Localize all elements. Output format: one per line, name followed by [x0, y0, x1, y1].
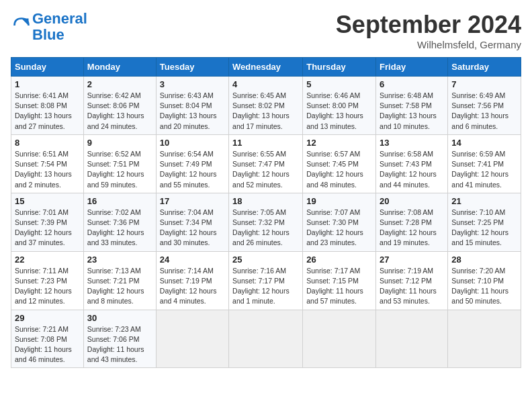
day-number: 5 [306, 79, 372, 89]
col-header-saturday: Saturday [448, 58, 521, 77]
day-number: 12 [306, 138, 372, 148]
day-number: 15 [15, 196, 80, 206]
day-detail: Sunrise: 7:23 AM Sunset: 7:06 PM Dayligh… [87, 324, 152, 365]
day-number: 29 [15, 313, 80, 323]
day-number: 13 [380, 138, 444, 148]
day-detail: Sunrise: 6:58 AM Sunset: 7:43 PM Dayligh… [380, 149, 444, 190]
day-number: 24 [160, 255, 225, 265]
day-number: 8 [15, 138, 80, 148]
week-row-4: 22Sunrise: 7:11 AM Sunset: 7:23 PM Dayli… [11, 251, 521, 310]
day-detail: Sunrise: 6:46 AM Sunset: 8:00 PM Dayligh… [306, 91, 372, 132]
day-number: 28 [451, 255, 517, 265]
day-detail: Sunrise: 7:17 AM Sunset: 7:15 PM Dayligh… [306, 266, 372, 307]
day-cell: 1Sunrise: 6:41 AM Sunset: 8:08 PM Daylig… [11, 77, 84, 135]
day-number: 17 [160, 196, 225, 206]
day-cell: 3Sunrise: 6:43 AM Sunset: 8:04 PM Daylig… [156, 77, 228, 135]
day-detail: Sunrise: 7:19 AM Sunset: 7:12 PM Dayligh… [380, 266, 444, 307]
day-cell: 30Sunrise: 7:23 AM Sunset: 7:06 PM Dayli… [83, 310, 156, 368]
day-detail: Sunrise: 6:55 AM Sunset: 7:47 PM Dayligh… [232, 149, 299, 190]
day-number: 25 [232, 255, 299, 265]
location: Wilhelmsfeld, Germany [336, 39, 521, 50]
day-cell: 8Sunrise: 6:51 AM Sunset: 7:54 PM Daylig… [11, 134, 84, 193]
day-detail: Sunrise: 6:43 AM Sunset: 8:04 PM Dayligh… [160, 91, 225, 132]
day-detail: Sunrise: 6:48 AM Sunset: 7:58 PM Dayligh… [380, 91, 444, 132]
day-number: 11 [232, 138, 299, 148]
day-detail: Sunrise: 7:04 AM Sunset: 7:34 PM Dayligh… [160, 208, 225, 248]
day-number: 4 [232, 79, 299, 89]
day-cell: 25Sunrise: 7:16 AM Sunset: 7:17 PM Dayli… [229, 251, 303, 310]
day-detail: Sunrise: 6:45 AM Sunset: 8:02 PM Dayligh… [232, 91, 299, 132]
day-number: 22 [15, 255, 80, 265]
day-number: 6 [380, 79, 444, 89]
day-cell [376, 310, 448, 368]
week-row-2: 8Sunrise: 6:51 AM Sunset: 7:54 PM Daylig… [11, 134, 521, 193]
logo: General Blue [11, 11, 87, 43]
day-detail: Sunrise: 7:20 AM Sunset: 7:10 PM Dayligh… [451, 266, 517, 307]
day-detail: Sunrise: 6:52 AM Sunset: 7:51 PM Dayligh… [87, 149, 152, 190]
day-cell [448, 310, 521, 368]
day-detail: Sunrise: 6:57 AM Sunset: 7:45 PM Dayligh… [306, 149, 372, 190]
day-cell: 19Sunrise: 7:07 AM Sunset: 7:30 PM Dayli… [303, 193, 376, 251]
day-cell: 23Sunrise: 7:13 AM Sunset: 7:21 PM Dayli… [83, 251, 156, 310]
day-cell [303, 310, 376, 368]
day-detail: Sunrise: 7:11 AM Sunset: 7:23 PM Dayligh… [15, 266, 80, 307]
day-detail: Sunrise: 6:42 AM Sunset: 8:06 PM Dayligh… [87, 91, 152, 132]
col-header-thursday: Thursday [303, 58, 376, 77]
day-detail: Sunrise: 6:54 AM Sunset: 7:49 PM Dayligh… [160, 149, 225, 190]
day-cell [229, 310, 303, 368]
day-cell: 2Sunrise: 6:42 AM Sunset: 8:06 PM Daylig… [83, 77, 156, 135]
day-detail: Sunrise: 7:07 AM Sunset: 7:30 PM Dayligh… [306, 208, 372, 248]
day-cell: 14Sunrise: 6:59 AM Sunset: 7:41 PM Dayli… [448, 134, 521, 193]
day-cell: 18Sunrise: 7:05 AM Sunset: 7:32 PM Dayli… [229, 193, 303, 251]
day-detail: Sunrise: 7:02 AM Sunset: 7:36 PM Dayligh… [87, 208, 152, 248]
day-detail: Sunrise: 7:10 AM Sunset: 7:25 PM Dayligh… [451, 208, 517, 248]
day-detail: Sunrise: 7:13 AM Sunset: 7:21 PM Dayligh… [87, 266, 152, 307]
col-header-sunday: Sunday [11, 58, 84, 77]
title-block: September 2024 Wilhelmsfeld, Germany [336, 11, 521, 50]
day-cell: 10Sunrise: 6:54 AM Sunset: 7:49 PM Dayli… [156, 134, 228, 193]
header-row: SundayMondayTuesdayWednesdayThursdayFrid… [11, 58, 521, 77]
day-number: 19 [306, 196, 372, 206]
day-number: 27 [380, 255, 444, 265]
day-cell: 24Sunrise: 7:14 AM Sunset: 7:19 PM Dayli… [156, 251, 228, 310]
col-header-monday: Monday [83, 58, 156, 77]
day-cell: 17Sunrise: 7:04 AM Sunset: 7:34 PM Dayli… [156, 193, 228, 251]
day-cell [156, 310, 228, 368]
day-number: 10 [160, 138, 225, 148]
day-cell: 13Sunrise: 6:58 AM Sunset: 7:43 PM Dayli… [376, 134, 448, 193]
day-number: 2 [87, 79, 152, 89]
day-number: 26 [306, 255, 372, 265]
day-number: 3 [160, 79, 225, 89]
day-cell: 28Sunrise: 7:20 AM Sunset: 7:10 PM Dayli… [448, 251, 521, 310]
month-title: September 2024 [336, 11, 521, 39]
day-detail: Sunrise: 7:16 AM Sunset: 7:17 PM Dayligh… [232, 266, 299, 307]
day-cell: 9Sunrise: 6:52 AM Sunset: 7:51 PM Daylig… [83, 134, 156, 193]
day-cell: 12Sunrise: 6:57 AM Sunset: 7:45 PM Dayli… [303, 134, 376, 193]
day-detail: Sunrise: 7:21 AM Sunset: 7:08 PM Dayligh… [15, 324, 80, 365]
day-number: 20 [380, 196, 444, 206]
day-detail: Sunrise: 6:51 AM Sunset: 7:54 PM Dayligh… [15, 149, 80, 190]
day-number: 14 [451, 138, 517, 148]
col-header-tuesday: Tuesday [156, 58, 228, 77]
week-row-1: 1Sunrise: 6:41 AM Sunset: 8:08 PM Daylig… [11, 77, 521, 135]
day-cell: 4Sunrise: 6:45 AM Sunset: 8:02 PM Daylig… [229, 77, 303, 135]
logo-text: General Blue [32, 11, 87, 43]
day-cell: 16Sunrise: 7:02 AM Sunset: 7:36 PM Dayli… [83, 193, 156, 251]
day-detail: Sunrise: 7:08 AM Sunset: 7:28 PM Dayligh… [380, 208, 444, 248]
day-number: 18 [232, 196, 299, 206]
day-cell: 11Sunrise: 6:55 AM Sunset: 7:47 PM Dayli… [229, 134, 303, 193]
page-header: General Blue September 2024 Wilhelmsfeld… [11, 11, 521, 50]
day-cell: 7Sunrise: 6:49 AM Sunset: 7:56 PM Daylig… [448, 77, 521, 135]
day-cell: 22Sunrise: 7:11 AM Sunset: 7:23 PM Dayli… [11, 251, 84, 310]
col-header-friday: Friday [376, 58, 448, 77]
day-cell: 20Sunrise: 7:08 AM Sunset: 7:28 PM Dayli… [376, 193, 448, 251]
week-row-3: 15Sunrise: 7:01 AM Sunset: 7:39 PM Dayli… [11, 193, 521, 251]
day-number: 1 [15, 79, 80, 89]
day-detail: Sunrise: 6:41 AM Sunset: 8:08 PM Dayligh… [15, 91, 80, 132]
week-row-5: 29Sunrise: 7:21 AM Sunset: 7:08 PM Dayli… [11, 310, 521, 368]
day-number: 16 [87, 196, 152, 206]
day-cell: 15Sunrise: 7:01 AM Sunset: 7:39 PM Dayli… [11, 193, 84, 251]
day-number: 7 [451, 79, 517, 89]
day-cell: 21Sunrise: 7:10 AM Sunset: 7:25 PM Dayli… [448, 193, 521, 251]
day-number: 30 [87, 313, 152, 323]
